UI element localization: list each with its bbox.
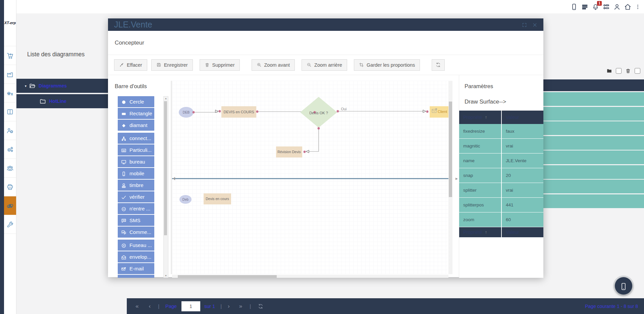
toolbox-scrollbar[interactable]: ▲ ▼ — [163, 96, 168, 278]
sidebar-item-printer[interactable] — [4, 177, 16, 196]
toolbox-item-sms[interactable]: SMSSMS — [118, 215, 154, 226]
page-status: Page courante 1 - 8 sur 8 — [585, 304, 638, 309]
property-value[interactable]: vrai — [502, 139, 543, 153]
home-icon[interactable] — [624, 3, 631, 10]
toolbox-item-circle-x[interactable]: Fuseau ... — [118, 240, 154, 251]
toolbox-item-envelope[interactable]: envelop... — [118, 251, 154, 262]
toolbox-item-diamond[interactable]: diamant — [118, 120, 154, 131]
sidebar-item-gears[interactable] — [4, 140, 16, 159]
toolbox-item-email[interactable]: E-mail — [118, 263, 154, 274]
canvas-vertical-scrollbar[interactable] — [448, 81, 452, 274]
designer-toolbar: EffacerEnregistrerSupprimerZoom avantZoo… — [108, 55, 543, 75]
app-logo: XT-erp — [3, 21, 17, 25]
property-row-zoom[interactable]: zoom60 — [459, 212, 543, 227]
property-value[interactable]: 60 — [502, 212, 543, 227]
chevron-down-icon[interactable]: ▾ — [25, 84, 26, 88]
toolbox-item-label: Comme... — [129, 229, 151, 235]
toolbox-item-no-entry[interactable]: n'entre ... — [118, 203, 154, 214]
prev-page-button[interactable]: ‹ — [149, 303, 151, 310]
toolbox-item-phone[interactable]: mobile — [118, 168, 154, 179]
garder-les-proportions-button[interactable]: Garder les proportions — [354, 59, 420, 71]
page-input[interactable] — [181, 301, 200, 311]
tablet-icon[interactable] — [571, 3, 578, 10]
sidebar-item-cart-plus[interactable] — [4, 46, 16, 65]
toolbox-item-label: timbre — [129, 182, 144, 188]
enregistrer-button[interactable]: Enregistrer — [151, 59, 193, 71]
sidebar-item-factory[interactable] — [4, 65, 16, 83]
server-icon[interactable] — [581, 3, 588, 10]
toolbox-item-rect[interactable]: Rectangle — [118, 108, 154, 119]
close-icon[interactable] — [532, 22, 537, 28]
effacer-button[interactable]: Effacer — [114, 59, 147, 71]
node-revision[interactable]: Révision Devis — [277, 150, 301, 154]
refresh-icon[interactable] — [258, 303, 264, 310]
sidebar-item-users-gear[interactable] — [4, 121, 16, 140]
sidebar-item-columns[interactable] — [4, 102, 16, 121]
tree-node-hotline[interactable]: HotLine — [16, 94, 109, 108]
node-client[interactable]: Client — [438, 110, 447, 114]
folder-icon[interactable] — [606, 68, 612, 74]
property-row-snap[interactable]: snap20 — [459, 168, 543, 183]
toolbox-item-monitor[interactable]: bureau — [118, 156, 154, 167]
toolbox-item-stamp[interactable]: timbre — [118, 180, 154, 191]
sync-button[interactable] — [432, 59, 445, 71]
kebab-icon[interactable] — [635, 4, 641, 10]
checkbox[interactable] — [635, 68, 640, 74]
property-value[interactable]: JLE.Vente — [502, 153, 543, 168]
splitter-right-handle[interactable]: ▶ — [455, 177, 458, 180]
scrollbar-thumb[interactable] — [449, 102, 452, 197]
sidebar-item-adler[interactable] — [4, 196, 16, 215]
property-value[interactable]: 20 — [502, 168, 543, 183]
mobile-fab-button[interactable] — [615, 277, 632, 295]
property-name: splitterpos — [459, 198, 502, 212]
next-page-button[interactable]: › — [228, 303, 230, 310]
parameters-heading: Paramètres — [465, 83, 493, 89]
toolbox-item-sitemap[interactable]: connect... — [118, 133, 154, 144]
scrollbar-thumb[interactable] — [164, 101, 167, 235]
application-root: Adler France - Steven KRUMHORN Version :… — [0, 0, 644, 314]
zoom-avant-button[interactable]: Zoom avant — [252, 59, 295, 71]
toolbox-item-label: n'entre ... — [129, 206, 150, 211]
toolbox-item-circle[interactable]: Cercle — [118, 96, 154, 107]
zoom-arri-re-button[interactable]: Zoom arrière — [302, 59, 347, 71]
maximize-icon[interactable] — [522, 22, 527, 28]
trash-icon[interactable] — [625, 68, 631, 74]
node-step2[interactable]: Devis en cours — [206, 197, 229, 201]
flow-canvas[interactable]: DEB DEVIS en COURS Devis OK ? Oui Client… — [171, 81, 448, 274]
scrollbar-thumb[interactable] — [178, 275, 277, 278]
pagination-bar: « ‹ | Page sur 1 | › » | Page courante 1… — [127, 298, 644, 314]
sidebar-item-users-group[interactable] — [4, 159, 16, 177]
node-decision[interactable]: Devis OK ? — [309, 111, 328, 115]
property-row-name[interactable]: nameJLE.Vente — [459, 153, 543, 168]
column-propriete[interactable]: Propriété↑ — [459, 111, 502, 124]
toolbox-item-meeting[interactable]: Particuli... — [118, 144, 154, 155]
property-row-splitter[interactable]: splittervrai — [459, 183, 543, 198]
checkbox[interactable] — [616, 68, 622, 74]
property-row-splitterpos[interactable]: splitterpos441 — [459, 198, 543, 212]
edge-label-oui[interactable]: Oui — [341, 107, 346, 111]
sidebar-item-chess[interactable]: ♚♜ — [4, 83, 16, 102]
supprimer-button[interactable]: Supprimer — [200, 59, 240, 71]
node-start[interactable]: DEB — [183, 111, 190, 114]
toolbox-item-clipped[interactable] — [118, 275, 154, 278]
node-start2[interactable]: Deb — [182, 198, 189, 201]
users-list-icon[interactable] — [603, 3, 610, 10]
property-value[interactable]: faux — [502, 124, 543, 138]
tree-node-diagrammes[interactable]: ▾Diagrammes — [16, 79, 109, 93]
canvas-horizontal-scrollbar[interactable] — [172, 275, 448, 278]
user-icon[interactable] — [613, 3, 621, 10]
column-valeur[interactable]: Valeur — [502, 111, 543, 124]
bell-icon[interactable]: 1 — [592, 3, 599, 10]
shape-toolbox: CercleRectanglediamantconnect...Particul… — [118, 96, 154, 278]
toolbox-item-comments[interactable]: Comme... — [118, 227, 154, 238]
first-page-button[interactable]: « — [136, 303, 139, 310]
sidebar-item-wrench[interactable] — [4, 215, 16, 234]
node-step1[interactable]: DEVIS en COURS — [223, 110, 254, 114]
property-value[interactable]: 441 — [502, 198, 543, 212]
last-page-button[interactable]: » — [239, 303, 242, 310]
property-row-fixedresize[interactable]: fixedresizefaux — [459, 124, 543, 139]
toolbox-item-check[interactable]: vérifier — [118, 191, 154, 202]
property-value[interactable]: vrai — [502, 183, 543, 197]
meeting-icon — [121, 147, 126, 153]
property-row-magnitic[interactable]: magniticvrai — [459, 139, 543, 153]
